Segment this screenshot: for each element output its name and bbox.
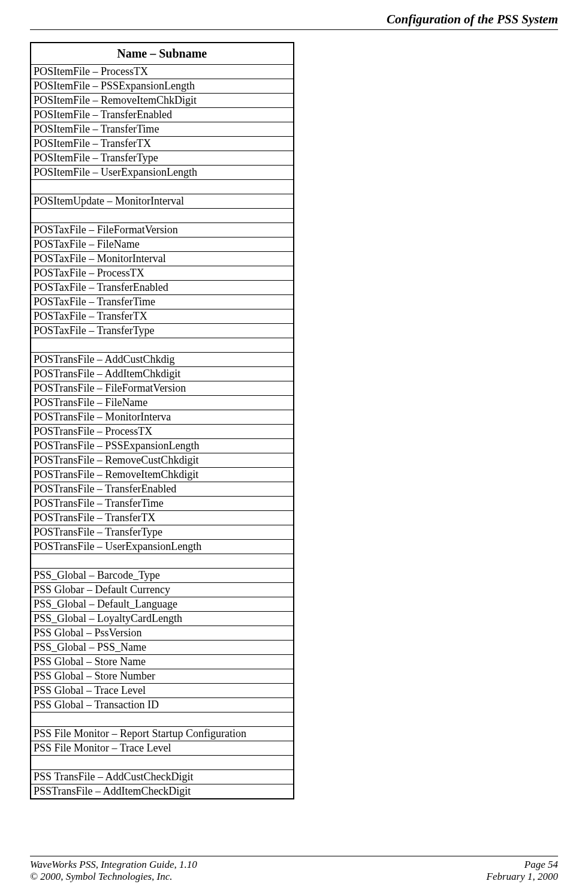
table-row: PSS File Monitor – Report Startup Config… xyxy=(31,727,294,741)
table-row: POSItemFile – TransferTX xyxy=(31,137,294,151)
table-row: PSS_Global – Barcode_Type xyxy=(31,569,294,583)
table-row: POSTaxFile – FileName xyxy=(31,237,294,252)
table-row: POSItemUpdate – MonitorInterval xyxy=(31,194,294,209)
table-cell: POSTransFile – AddItemChkdigit xyxy=(31,367,294,381)
table-cell xyxy=(31,209,294,223)
table-cell: POSItemFile – ProcessTX xyxy=(31,65,294,79)
table-cell: PSS Global – Store Number xyxy=(31,669,294,684)
table-cell: POSTransFile – RemoveItemChkdigit xyxy=(31,468,294,482)
table-cell: PSS_Global – LoyaltyCardLength xyxy=(31,612,294,626)
table-row: POSItemFile – TransferEnabled xyxy=(31,108,294,122)
table-cell xyxy=(31,554,294,569)
table-row: POSItemFile – ProcessTX xyxy=(31,65,294,79)
table-row: PSS Global – PssVersion xyxy=(31,626,294,641)
table-cell: POSTransFile – UserExpansionLength xyxy=(31,540,294,554)
table-cell: POSTransFile – FileFormatVersion xyxy=(31,381,294,396)
table-row: POSItemFile – TransferTime xyxy=(31,122,294,137)
table-cell: POSTransFile – RemoveCustChkdigit xyxy=(31,453,294,468)
table-row: POSTransFile – TransferTX xyxy=(31,511,294,525)
table-cell xyxy=(31,756,294,770)
table-cell: POSTransFile – TransferTime xyxy=(31,497,294,511)
table-row: POSTaxFile – TransferTX xyxy=(31,309,294,324)
table-row: PSS_Global – Default_Language xyxy=(31,597,294,612)
table-row: POSTransFile – UserExpansionLength xyxy=(31,540,294,554)
table-row: POSTransFile – FileFormatVersion xyxy=(31,381,294,396)
table-row: POSTaxFile – FileFormatVersion xyxy=(31,223,294,237)
config-table: Name – Subname POSItemFile – ProcessTXPO… xyxy=(30,42,294,799)
table-row: PSS TransFile – AddCustCheckDigit xyxy=(31,770,294,784)
table-cell: POSItemFile – TransferTX xyxy=(31,137,294,151)
table-row: PSS Global – Trace Level xyxy=(31,684,294,698)
table-row: PSS Global – Store Number xyxy=(31,669,294,684)
table-cell: PSS_Global – Barcode_Type xyxy=(31,569,294,583)
table-cell: POSTransFile – TransferTX xyxy=(31,511,294,525)
table-row: POSTransFile – MonitorInterva xyxy=(31,410,294,425)
table-row xyxy=(31,554,294,569)
table-cell: POSTransFile – TransferEnabled xyxy=(31,482,294,497)
header-title: Configuration of the PSS System xyxy=(387,12,558,26)
table-cell: POSItemFile – RemoveItemChkDigit xyxy=(31,94,294,108)
footer-date: February 1, 2000 xyxy=(487,871,558,883)
table-cell: POSItemFile – TransferType xyxy=(31,151,294,166)
table-row: POSTaxFile – ProcessTX xyxy=(31,266,294,281)
table-row: POSTaxFile – TransferType xyxy=(31,324,294,338)
table-cell: POSTransFile – ProcessTX xyxy=(31,425,294,439)
header-divider xyxy=(30,29,558,30)
table-row: PSS Global – Transaction ID xyxy=(31,698,294,712)
table-row: POSTaxFile – TransferEnabled xyxy=(31,281,294,295)
table-row xyxy=(31,712,294,727)
table-cell: POSItemFile – TransferTime xyxy=(31,122,294,137)
table-cell: POSTransFile – FileName xyxy=(31,396,294,410)
table-cell: POSTaxFile – TransferEnabled xyxy=(31,281,294,295)
table-cell: POSItemFile – PSSExpansionLength xyxy=(31,79,294,94)
table-cell: POSItemFile – TransferEnabled xyxy=(31,108,294,122)
table-row: POSTransFile – ProcessTX xyxy=(31,425,294,439)
table-cell: POSTaxFile – TransferTX xyxy=(31,309,294,324)
table-row: POSTransFile – TransferType xyxy=(31,525,294,540)
footer-guide-title: WaveWorks PSS, Integration Guide, 1.10 xyxy=(30,859,197,871)
table-cell: PSS Globar – Default Currency xyxy=(31,583,294,597)
table-row: POSTransFile – RemoveCustChkdigit xyxy=(31,453,294,468)
table-row: POSTransFile – TransferTime xyxy=(31,497,294,511)
table-cell: POSItemFile – UserExpansionLength xyxy=(31,166,294,180)
table-cell xyxy=(31,712,294,727)
table-cell xyxy=(31,180,294,194)
table-row xyxy=(31,209,294,223)
table-row: POSItemFile – PSSExpansionLength xyxy=(31,79,294,94)
table-cell: POSTransFile – AddCustChkdig xyxy=(31,353,294,367)
table-cell: POSItemUpdate – MonitorInterval xyxy=(31,194,294,209)
table-cell: PSS Global – Trace Level xyxy=(31,684,294,698)
table-cell: POSTaxFile – MonitorInterval xyxy=(31,252,294,266)
footer-divider xyxy=(30,856,558,856)
table-row: POSItemFile – RemoveItemChkDigit xyxy=(31,94,294,108)
table-row: POSTransFile – AddCustChkdig xyxy=(31,353,294,367)
table-cell: POSTaxFile – FileName xyxy=(31,237,294,252)
table-cell xyxy=(31,338,294,353)
table-cell: PSS Global – PssVersion xyxy=(31,626,294,641)
table-row xyxy=(31,180,294,194)
table-header: Name – Subname xyxy=(31,43,294,65)
table-row: POSTransFile – AddItemChkdigit xyxy=(31,367,294,381)
table-cell: POSTaxFile – FileFormatVersion xyxy=(31,223,294,237)
table-cell: POSTaxFile – TransferType xyxy=(31,324,294,338)
table-cell: POSTaxFile – TransferTime xyxy=(31,295,294,309)
table-cell: PSSTransFile – AddItemCheckDigit xyxy=(31,784,294,799)
table-row: PSS_Global – PSS_Name xyxy=(31,641,294,655)
table-cell: POSTransFile – TransferType xyxy=(31,525,294,540)
table-row: POSTaxFile – TransferTime xyxy=(31,295,294,309)
table-row: POSTransFile – RemoveItemChkdigit xyxy=(31,468,294,482)
table-row: POSTransFile – PSSExpansionLength xyxy=(31,439,294,453)
table-cell: PSS File Monitor – Trace Level xyxy=(31,741,294,756)
table-row xyxy=(31,338,294,353)
footer-page-number: Page 54 xyxy=(524,859,558,871)
page-footer: WaveWorks PSS, Integration Guide, 1.10 P… xyxy=(30,856,558,883)
table-cell: PSS_Global – PSS_Name xyxy=(31,641,294,655)
table-row: POSItemFile – UserExpansionLength xyxy=(31,166,294,180)
table-row: PSSTransFile – AddItemCheckDigit xyxy=(31,784,294,799)
table-row: PSS Globar – Default Currency xyxy=(31,583,294,597)
table-row: POSTransFile – TransferEnabled xyxy=(31,482,294,497)
table-cell: PSS Global – Store Name xyxy=(31,655,294,669)
table-cell: POSTaxFile – ProcessTX xyxy=(31,266,294,281)
table-row: PSS Global – Store Name xyxy=(31,655,294,669)
table-cell: POSTransFile – PSSExpansionLength xyxy=(31,439,294,453)
